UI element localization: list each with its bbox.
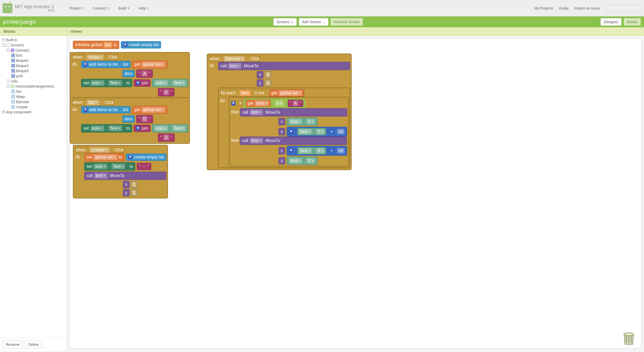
gear-icon[interactable] <box>83 108 88 112</box>
project-toolbar: primerjuego Screen1 ▼ Add Screen ... Rem… <box>0 16 644 27</box>
add-screen-button[interactable]: Add Screen ... <box>299 18 328 26</box>
button-icon <box>11 95 15 98</box>
sidebar-title: Blocks <box>0 27 67 36</box>
button-icon <box>11 100 15 104</box>
tree-sprite-pork[interactable]: pork <box>2 73 65 79</box>
app-title: MIT App Inventor 2 <box>15 4 54 9</box>
gear-icon[interactable] <box>128 155 132 159</box>
tree-canvas1[interactable]: −Canvas1 <box>2 48 65 53</box>
sprite-icon <box>11 69 15 73</box>
delete-button[interactable]: Delete <box>25 341 42 348</box>
block-for-each[interactable]: for each item in list getglobal sol▼ do … <box>218 88 350 168</box>
block-when-der-click[interactable]: when Der▼ .Click do add items to list li… <box>70 97 190 144</box>
chevron-down-icon: ▼ <box>291 21 293 24</box>
chevron-down-icon: ▼ <box>147 7 149 10</box>
arrangement-icon <box>11 85 14 88</box>
collapse-icon[interactable]: − <box>2 44 5 47</box>
tree-builtin[interactable]: +Built-in <box>2 37 65 43</box>
gear-icon[interactable] <box>136 126 140 130</box>
tree-sprite-bloque3[interactable]: bloque3 <box>2 68 65 73</box>
menu-project[interactable]: Project▼ <box>70 6 84 10</box>
tree-button-der[interactable]: Der <box>2 89 65 94</box>
tree-label-solu[interactable]: Asolu <box>2 79 65 84</box>
app-logo <box>3 3 12 13</box>
sprite-icon <box>11 74 15 78</box>
blocks-tree: +Built-in −Screen1 −Canvas1 bird bloque1… <box>0 36 67 338</box>
tree-screen1[interactable]: −Screen1 <box>2 43 65 48</box>
link-my-projects[interactable]: My Projects <box>535 6 553 10</box>
blocks-sidebar: Blocks +Built-in −Screen1 −Canvas1 bird … <box>0 27 67 351</box>
gear-icon[interactable] <box>136 81 140 85</box>
collapse-icon[interactable]: − <box>7 85 10 88</box>
block-initialize-global[interactable]: initialize globalsolto create empty list <box>73 41 161 49</box>
blocks-button[interactable]: Blocks <box>624 18 641 26</box>
tree-horizontal-arrangement[interactable]: −HorizontalArrangement1 <box>2 84 65 89</box>
gear-icon[interactable] <box>289 149 293 153</box>
svg-point-0 <box>624 333 634 336</box>
sprite-icon <box>11 54 15 57</box>
menu-help[interactable]: Help▼ <box>138 6 149 10</box>
language-select[interactable] <box>605 5 641 12</box>
rename-button[interactable]: Rename <box>3 341 23 348</box>
tree-button-limpiar[interactable]: Limpiar <box>2 104 65 110</box>
sprite-icon <box>11 64 15 68</box>
expand-icon[interactable]: + <box>2 38 5 41</box>
tree-button-abajo[interactable]: Abajo <box>2 94 65 99</box>
gear-icon[interactable] <box>231 101 235 105</box>
block-when-ejecutar-click[interactable]: when Ejecutar▼ .Click do callbird▼.MoveT… <box>207 54 352 170</box>
tree-button-ejecutar[interactable]: Ejecutar <box>2 99 65 104</box>
block-if[interactable]: if getitem▼ =▼ "A" then callbird▼.MoveTo <box>229 97 349 166</box>
tree-sprite-bloque1[interactable]: bloque1 <box>2 58 65 63</box>
menu-connect[interactable]: Connect▼ <box>93 6 109 10</box>
trash-icon[interactable] <box>622 330 636 346</box>
gear-icon[interactable] <box>123 43 127 47</box>
chevron-down-icon: ▼ <box>107 7 109 10</box>
link-guide[interactable]: Guide <box>559 6 569 10</box>
gear-icon[interactable] <box>289 130 293 134</box>
button-icon <box>11 105 15 109</box>
block-when-abajo-click[interactable]: when Abajo▼ .Click do add items to list … <box>70 52 190 98</box>
sprite-icon <box>11 59 15 62</box>
link-report-issue[interactable]: Report an Issue <box>574 6 600 10</box>
main-panel: Viewer initialize globalsolto create emp… <box>67 27 644 351</box>
remove-screen-button[interactable]: Remove Screen <box>331 18 363 26</box>
screen-icon <box>6 43 10 47</box>
chevron-down-icon: ▼ <box>82 7 84 10</box>
screen-select[interactable]: Screen1 ▼ <box>273 18 297 26</box>
main-menu: Project▼ Connect▼ Build▼ Help▼ <box>70 6 149 10</box>
gear-icon[interactable] <box>83 62 88 66</box>
chevron-down-icon: ▼ <box>127 7 130 10</box>
canvas-icon <box>11 48 14 52</box>
top-bar: MIT App Inventor 2 Beta Project▼ Connect… <box>0 0 644 16</box>
app-title-block: MIT App Inventor 2 Beta <box>15 4 54 12</box>
designer-button[interactable]: Designer <box>600 18 622 26</box>
tree-any-component[interactable]: +Any component <box>2 110 65 115</box>
button-icon <box>11 90 15 93</box>
blocks-canvas[interactable]: initialize globalsolto create empty list… <box>70 38 641 348</box>
project-name: primerjuego <box>3 19 36 25</box>
tree-sprite-bloque2[interactable]: bloque2 <box>2 63 65 68</box>
right-menu: My Projects Guide Report an Issue <box>535 5 641 12</box>
beta-label: Beta <box>15 9 54 12</box>
sidebar-actions: Rename Delete <box>0 338 67 351</box>
viewer-title: Viewer <box>67 27 644 36</box>
label-icon: A <box>7 79 10 83</box>
collapse-icon[interactable]: − <box>7 49 10 52</box>
menu-build[interactable]: Build▼ <box>118 6 130 10</box>
tree-sprite-bird[interactable]: bird <box>2 53 65 58</box>
block-when-limpiar-click[interactable]: when Limpiar▼ .Click do setglobal sol▼to… <box>73 145 168 198</box>
expand-icon[interactable]: + <box>2 111 5 114</box>
